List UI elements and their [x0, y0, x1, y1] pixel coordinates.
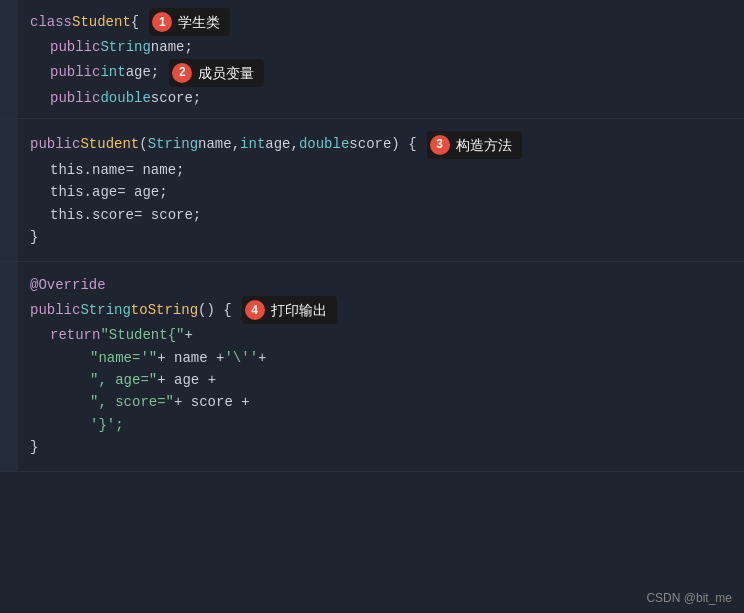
method-tostring: toString: [131, 299, 198, 321]
annotation-override: @Override: [30, 274, 106, 296]
this-score-assign: this.: [50, 204, 92, 226]
line-age-field: public int age; 2 成员变量: [20, 59, 744, 87]
close-brace-constructor: }: [30, 226, 38, 248]
var-name: name: [92, 159, 126, 181]
field-score: score;: [151, 87, 201, 109]
concat-2: +: [258, 347, 266, 369]
keyword-public-1: public: [50, 36, 100, 58]
badge-2: 2: [172, 63, 192, 83]
badge-3: 3: [430, 135, 450, 155]
constructor-params-open: (: [139, 133, 147, 155]
tooltip-label-4: 打印输出: [271, 299, 327, 321]
line-name-concat: "name='" + name + '\'' +: [20, 347, 744, 369]
this-name-assign: this.: [50, 159, 92, 181]
line-age-concat: ", age=" + age +: [20, 369, 744, 391]
footer-text: CSDN @bit_me: [646, 591, 732, 605]
tooltip-label-1: 学生类: [178, 11, 220, 33]
line-return: return "Student{" +: [20, 324, 744, 346]
keyword-public-4: public: [30, 133, 80, 155]
line-override: @Override: [20, 274, 744, 296]
type-int: int: [100, 61, 125, 83]
string-name-eq: "name='": [90, 347, 157, 369]
line-gutter-3: [0, 262, 18, 471]
assign-age: = age;: [117, 181, 167, 203]
line-tostring-declaration: public String toString () { 4 打印输出: [20, 296, 744, 324]
tooltip-constructor: 3 构造方法: [427, 131, 522, 159]
open-brace: {: [131, 11, 139, 33]
assign-name: = name;: [126, 159, 185, 181]
keyword-public-3: public: [50, 87, 100, 109]
tooltip-member-vars: 2 成员变量: [169, 59, 264, 87]
line-class-declaration: class Student { 1 学生类: [20, 8, 744, 36]
badge-1: 1: [152, 12, 172, 32]
section-constructor: public Student ( String name, int age, d…: [0, 119, 744, 262]
param-age: age,: [265, 133, 299, 155]
concat-age: + age +: [157, 369, 216, 391]
string-age-eq: ", age=": [90, 369, 157, 391]
type-string: String: [100, 36, 150, 58]
var-age: age: [92, 181, 117, 203]
string-student-open: "Student{": [100, 324, 184, 346]
footer: CSDN @bit_me: [646, 591, 732, 605]
line-this-name: this. name = name;: [20, 159, 744, 181]
line-gutter-2: [0, 119, 18, 261]
line-score-concat: ", score=" + score +: [20, 391, 744, 413]
concat-score: + score +: [174, 391, 250, 413]
section-tostring: @Override public String toString () { 4 …: [0, 262, 744, 472]
keyword-public-5: public: [30, 299, 80, 321]
tooltip-label-3: 构造方法: [456, 134, 512, 156]
tooltip-student-class: 1 学生类: [149, 8, 230, 36]
line-constructor-close: }: [20, 226, 744, 248]
string-score-eq: ", score=": [90, 391, 174, 413]
param-name: name,: [198, 133, 240, 155]
field-name: name;: [151, 36, 193, 58]
constructor-name: Student: [80, 133, 139, 155]
field-age: age;: [126, 61, 160, 83]
line-tostring-close: }: [20, 436, 744, 458]
line-this-score: this. score = score;: [20, 204, 744, 226]
keyword-return: return: [50, 324, 100, 346]
var-score: score: [92, 204, 134, 226]
line-constructor-declaration: public Student ( String name, int age, d…: [20, 131, 744, 159]
string-closing: '}';: [90, 414, 124, 436]
keyword-public-2: public: [50, 61, 100, 83]
type-double: double: [100, 87, 150, 109]
code-container: class Student { 1 学生类 public String name…: [0, 0, 744, 613]
line-score-field: public double score;: [20, 87, 744, 109]
string-escape-quote: '\'': [224, 347, 258, 369]
tooltip-print: 4 打印输出: [242, 296, 337, 324]
badge-4: 4: [245, 300, 265, 320]
class-name-student: Student: [72, 11, 131, 33]
concat-name: + name +: [157, 347, 224, 369]
tostring-params: () {: [198, 299, 232, 321]
line-name-field: public String name;: [20, 36, 744, 58]
this-age-assign: this.: [50, 181, 92, 203]
param-score: score) {: [349, 133, 416, 155]
keyword-class: class: [30, 11, 72, 33]
return-type-string: String: [80, 299, 130, 321]
param-type-int: int: [240, 133, 265, 155]
section-class-fields: class Student { 1 学生类 public String name…: [0, 0, 744, 119]
tooltip-label-2: 成员变量: [198, 62, 254, 84]
concat-1: +: [184, 324, 192, 346]
assign-score: = score;: [134, 204, 201, 226]
line-closing-brace-str: '}';: [20, 414, 744, 436]
close-brace-tostring: }: [30, 436, 38, 458]
line-this-age: this. age = age;: [20, 181, 744, 203]
param-type-double: double: [299, 133, 349, 155]
line-gutter-1: [0, 0, 18, 118]
param-type-string: String: [148, 133, 198, 155]
